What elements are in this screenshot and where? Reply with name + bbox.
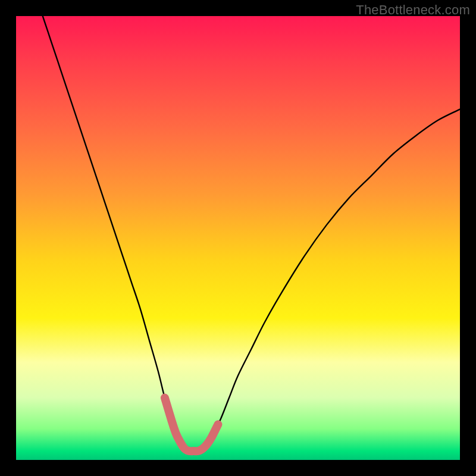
watermark-label: TheBottleneck.com [356,2,470,18]
chart-frame: TheBottleneck.com [0,0,476,476]
chart-svg [16,16,460,460]
bottleneck-curve-path [43,16,460,451]
optimal-band-path [165,398,218,452]
chart-plot-area [16,16,460,460]
